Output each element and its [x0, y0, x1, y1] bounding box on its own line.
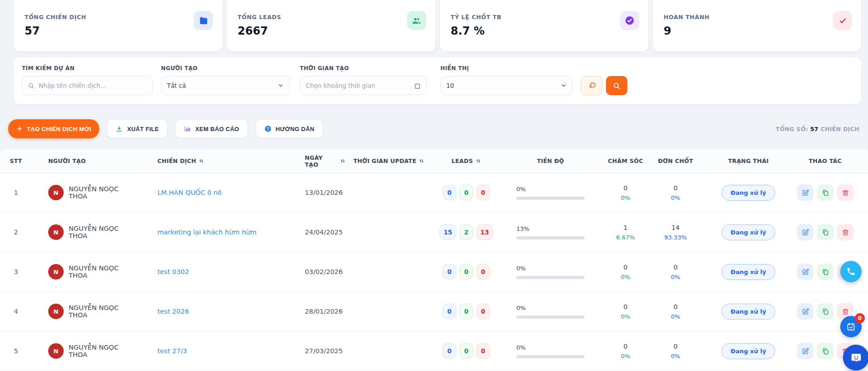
- campaign-link[interactable]: LM.HÀN QUỐC ô nô: [157, 189, 222, 196]
- status-badge[interactable]: Đang xử lý: [722, 343, 775, 359]
- leads-red-badge: 13: [476, 224, 493, 240]
- order-count: 0: [674, 264, 678, 271]
- campaigns-table: STT NGƯỜI TẠO CHIẾN DỊCH NGÀY TẠO THỜI G…: [0, 149, 868, 371]
- status-badge[interactable]: Đang xử lý: [722, 224, 775, 240]
- order-count: 0: [674, 184, 678, 192]
- create-campaign-button[interactable]: TẠO CHIẾN DỊCH MỚI: [8, 119, 99, 138]
- row-progress: 0%: [500, 344, 601, 358]
- avatar: N: [48, 304, 64, 319]
- row-campaign: test 2026: [136, 308, 278, 315]
- sort-icon[interactable]: [419, 158, 424, 164]
- view-report-button[interactable]: XEM BÁO CÁO: [175, 119, 247, 138]
- table-header-row: STT NGƯỜI TẠO CHIẾN DỊCH NGÀY TẠO THỜI G…: [0, 149, 868, 173]
- tasks-fab-button[interactable]: 0: [840, 316, 862, 337]
- col-header-orders: ĐƠN CHỐT: [651, 158, 701, 164]
- row-orders: 0 0%: [651, 184, 701, 201]
- reset-filters-button[interactable]: [581, 76, 602, 95]
- row-status: Đang xử lý: [701, 224, 796, 240]
- leads-total-badge: 0: [443, 185, 456, 200]
- col-header-updated[interactable]: THỜI GIAN UPDATE: [346, 158, 432, 164]
- order-count: 0: [674, 343, 678, 350]
- plus-icon: [16, 126, 23, 132]
- sort-icon[interactable]: [475, 158, 481, 164]
- row-status: Đang xử lý: [701, 304, 796, 320]
- row-care: 1 6.67%: [601, 224, 651, 241]
- row-care: 0 0%: [601, 184, 651, 201]
- care-count: 1: [624, 224, 628, 231]
- campaign-link[interactable]: test 2026: [157, 308, 189, 315]
- leads-green-badge: 0: [459, 304, 473, 319]
- table-row: 5 N NGUYỄN NGỌC THOA test 27/3 27/03/202…: [0, 331, 868, 371]
- export-file-button[interactable]: XUẤT FILE: [107, 119, 167, 138]
- stat-value: 2667: [237, 25, 424, 37]
- search-submit-button[interactable]: [606, 76, 627, 95]
- creator-select[interactable]: Tất cả: [161, 76, 290, 95]
- stat-card-total-leads: TỔNG LEADS 2667: [227, 0, 435, 51]
- col-header-campaign[interactable]: CHIẾN DỊCH: [136, 158, 278, 164]
- care-count: 0: [624, 184, 628, 192]
- edit-button[interactable]: [797, 184, 813, 201]
- progress-label: 0%: [516, 186, 526, 193]
- status-badge[interactable]: Đang xử lý: [722, 264, 775, 280]
- progress-bar: [516, 276, 585, 279]
- sort-icon[interactable]: [198, 158, 204, 164]
- call-fab-button[interactable]: [840, 261, 862, 282]
- search-input[interactable]: [39, 82, 147, 89]
- creator-name: NGUYỄN NGỌC THOA: [69, 264, 136, 279]
- row-orders: 0 0%: [651, 343, 701, 360]
- export-file-label: XUẤT FILE: [127, 126, 159, 132]
- search-icon: [613, 82, 621, 90]
- display-select[interactable]: 10: [440, 76, 573, 95]
- campaign-link[interactable]: marketing lại khách hừm hừm: [157, 229, 257, 236]
- edit-button[interactable]: [797, 343, 813, 359]
- delete-button[interactable]: [837, 224, 853, 240]
- download-icon: [116, 125, 123, 132]
- creator-name: NGUYỄN NGỌC THOA: [69, 344, 136, 358]
- row-creator: N NGUYỄN NGỌC THOA: [32, 264, 136, 280]
- status-badge[interactable]: Đang xử lý: [722, 185, 775, 201]
- progress-label: 0%: [516, 344, 526, 351]
- chat-fab-button[interactable]: [843, 345, 868, 371]
- edit-button[interactable]: [797, 224, 813, 240]
- creator-name: NGUYỄN NGỌC THOA: [69, 185, 136, 200]
- edit-button[interactable]: [797, 264, 813, 280]
- delete-button[interactable]: [837, 184, 853, 201]
- row-stt: 3: [0, 268, 32, 275]
- campaign-link[interactable]: test 27/3: [157, 347, 187, 355]
- avatar: N: [48, 224, 64, 240]
- care-count: 0: [624, 343, 628, 350]
- col-header-creator: NGƯỜI TẠO: [32, 158, 136, 164]
- sort-icon[interactable]: [340, 158, 346, 164]
- row-creator: N NGUYỄN NGỌC THOA: [32, 185, 136, 200]
- copy-button[interactable]: [817, 303, 833, 320]
- leads-green-badge: 2: [459, 224, 473, 240]
- copy-button[interactable]: [817, 343, 833, 359]
- col-header-leads[interactable]: LEADS: [432, 158, 500, 164]
- date-range-input[interactable]: Chọn khoảng thời gian: [300, 76, 427, 95]
- chevron-down-icon: [560, 82, 567, 89]
- avatar: N: [48, 343, 64, 359]
- search-input-wrap: [22, 76, 153, 95]
- row-progress: 0%: [500, 265, 601, 279]
- order-percent: 93.33%: [664, 234, 687, 241]
- copy-button[interactable]: [817, 264, 833, 280]
- status-badge[interactable]: Đang xử lý: [722, 304, 775, 320]
- creator-name: NGUYỄN NGỌC THOA: [69, 225, 136, 239]
- leads-red-badge: 0: [476, 264, 490, 280]
- question-circle-icon: [264, 125, 272, 132]
- total-count-value: 57: [810, 126, 818, 132]
- stat-card-completed: HOÀN THÀNH 9: [653, 0, 861, 51]
- leads-total-badge: 0: [443, 343, 456, 359]
- edit-button[interactable]: [797, 303, 813, 320]
- leads-total-badge: 0: [443, 304, 456, 319]
- guide-button[interactable]: HƯỚNG DẪN: [256, 119, 323, 138]
- row-leads: 0 0 0: [432, 185, 500, 200]
- col-header-created[interactable]: NGÀY TẠO: [278, 154, 346, 168]
- phone-icon: [846, 267, 856, 276]
- row-campaign: LM.HÀN QUỐC ô nô: [136, 189, 278, 196]
- search-icon: [28, 82, 35, 89]
- row-status: Đang xử lý: [701, 264, 796, 280]
- copy-button[interactable]: [817, 224, 833, 240]
- campaign-link[interactable]: test 0302: [157, 268, 189, 275]
- copy-button[interactable]: [817, 184, 833, 201]
